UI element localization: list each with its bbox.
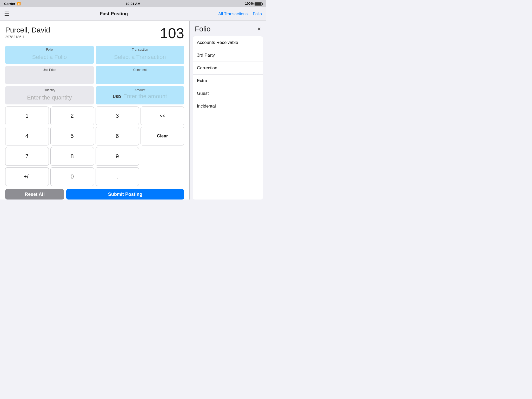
left-panel: Purcell, David 29782186-1 103 Folio Sele… <box>0 21 190 200</box>
comment-label: Comment <box>98 68 182 72</box>
folio-list-item[interactable]: Accounts Receivable <box>193 36 263 49</box>
room-number: 103 <box>160 26 184 41</box>
status-time: 10:01 AM <box>126 2 141 6</box>
status-left: Carrier 📶 <box>4 2 21 6</box>
guest-info: Purcell, David 29782186-1 <box>5 26 50 39</box>
folio-field[interactable]: Folio Select a Folio <box>5 46 94 64</box>
unit-price-field[interactable]: Unit Price <box>5 66 94 84</box>
right-panel: Folio × Accounts Receivable3rd PartyCorr… <box>190 21 266 200</box>
hamburger-icon[interactable]: ☰ <box>4 11 9 17</box>
keypad-button-dot[interactable]: . <box>96 167 139 186</box>
folio-placeholder: Select a Folio <box>8 52 91 62</box>
transaction-field[interactable]: Transaction Select a Transaction <box>96 46 184 64</box>
keypad-backspace-button[interactable]: << <box>141 107 184 125</box>
amount-label: Amount <box>98 88 182 92</box>
transaction-placeholder: Select a Transaction <box>98 52 182 62</box>
keypad-button-0[interactable]: 0 <box>50 167 94 186</box>
wifi-icon: 📶 <box>17 2 21 5</box>
keypad-button-4[interactable]: 4 <box>5 127 49 145</box>
nav-title: Fast Posting <box>100 11 128 17</box>
bottom-row: Reset All Submit Posting <box>5 189 184 200</box>
guest-header: Purcell, David 29782186-1 103 <box>5 26 184 41</box>
close-folio-button[interactable]: × <box>257 26 261 32</box>
battery-icon <box>255 2 262 6</box>
unit-comment-row: Unit Price Comment <box>5 66 184 84</box>
folio-link[interactable]: Folio <box>253 12 262 16</box>
comment-value <box>98 73 182 82</box>
folio-list-item[interactable]: Extra <box>193 75 263 87</box>
quantity-placeholder: Enter the quantity <box>8 93 91 102</box>
quantity-amount-row: Quantity Enter the quantity Amount USD E… <box>5 86 184 104</box>
folio-transaction-row: Folio Select a Folio Transaction Select … <box>5 46 184 64</box>
status-battery: 100% <box>245 2 262 5</box>
amount-row: USD Enter the amount <box>98 93 182 100</box>
folio-panel-header: Folio × <box>190 21 266 36</box>
folio-label: Folio <box>8 48 91 51</box>
carrier-label: Carrier <box>4 2 15 6</box>
folio-list-item[interactable]: Incidental <box>193 100 263 112</box>
keypad-clear-button[interactable]: Clear <box>141 127 184 145</box>
guest-id: 29782186-1 <box>5 35 50 39</box>
guest-name: Purcell, David <box>5 26 50 34</box>
keypad-button-5[interactable]: 5 <box>50 127 94 145</box>
quantity-field[interactable]: Quantity Enter the quantity <box>5 86 94 104</box>
keypad-button-6[interactable]: 6 <box>96 127 139 145</box>
nav-left: ☰ <box>4 11 9 17</box>
status-bar: Carrier 📶 10:01 AM 100% <box>0 0 266 7</box>
keypad-button-8[interactable]: 8 <box>50 147 94 166</box>
amount-placeholder: Enter the amount <box>123 93 167 100</box>
amount-currency: USD <box>113 94 121 99</box>
transaction-label: Transaction <box>98 48 182 51</box>
folio-list: Accounts Receivable3rd PartyCorrectionEx… <box>193 36 263 200</box>
folio-list-item[interactable]: Correction <box>193 62 263 75</box>
main-container: Purcell, David 29782186-1 103 Folio Sele… <box>0 21 266 200</box>
nav-bar: ☰ Fast Posting All Transactions Folio <box>0 7 266 21</box>
keypad-button-2[interactable]: 2 <box>50 107 94 125</box>
keypad-button-3[interactable]: 3 <box>96 107 139 125</box>
submit-button[interactable]: Submit Posting <box>66 189 184 200</box>
keypad-button-7[interactable]: 7 <box>5 147 49 166</box>
unit-price-value <box>8 73 91 82</box>
unit-price-label: Unit Price <box>8 68 91 72</box>
quantity-label: Quantity <box>8 88 91 92</box>
folio-list-item[interactable]: 3rd Party <box>193 49 263 62</box>
all-transactions-link[interactable]: All Transactions <box>218 12 248 16</box>
keypad-button-1[interactable]: 1 <box>5 107 49 125</box>
keypad-button-plus-minus[interactable]: +/- <box>5 167 49 186</box>
comment-field[interactable]: Comment <box>96 66 184 84</box>
amount-field[interactable]: Amount USD Enter the amount <box>96 86 184 104</box>
folio-panel-title: Folio <box>195 25 211 33</box>
keypad-button-9[interactable]: 9 <box>96 147 139 166</box>
folio-list-item[interactable]: Guest <box>193 87 263 100</box>
keypad: 123<<456Clear789+/-0. <box>5 107 184 186</box>
nav-right: All Transactions Folio <box>218 12 262 16</box>
reset-button[interactable]: Reset All <box>5 189 64 200</box>
